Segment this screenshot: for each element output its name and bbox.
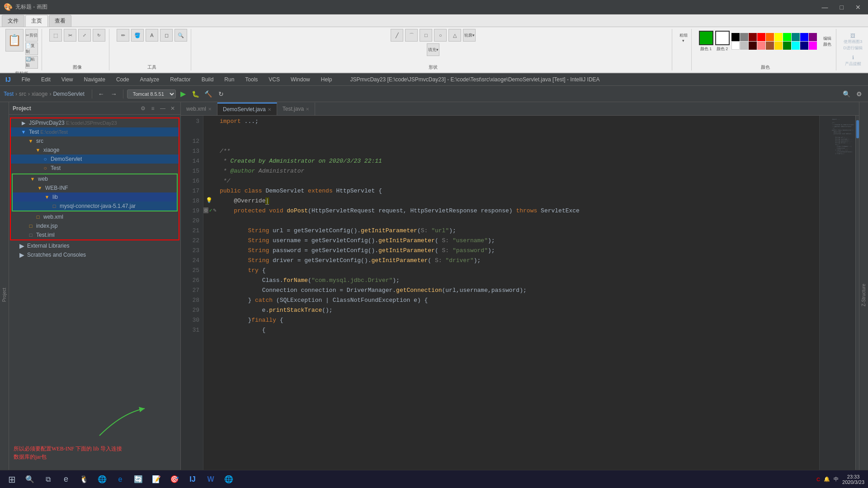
reload-btn[interactable]: ↻ (216, 89, 226, 99)
edit-colors-btn[interactable]: 编辑颜色 (822, 35, 832, 48)
taskbar-unknown2[interactable]: 🎯 (166, 471, 183, 488)
tree-item-webinf[interactable]: ▼ WEB-INF (13, 183, 177, 192)
triangle-btn[interactable]: △ (448, 29, 461, 42)
color-teal[interactable] (792, 33, 800, 41)
rotate-btn[interactable]: ↻ (93, 29, 105, 42)
eraser-btn[interactable]: ◻ (160, 29, 173, 42)
build-btn[interactable]: 🔨 (203, 89, 214, 99)
tab-test-java[interactable]: Test.java ✕ (277, 103, 315, 115)
menu-build[interactable]: Build (200, 75, 216, 84)
tree-item-test-iml[interactable]: □ Test.iml (11, 230, 179, 239)
taskbar-sticky[interactable]: 📝 (148, 471, 165, 488)
taskbar-browser2[interactable]: 🌐 (221, 471, 237, 488)
color-purple[interactable] (809, 33, 817, 41)
color1-swatch[interactable] (699, 31, 713, 45)
fill-btn[interactable]: 🪣 (131, 29, 144, 42)
taskbar-csdn-icon[interactable]: C (816, 477, 820, 482)
sidebar-layout-icon[interactable]: ≡ (149, 104, 157, 113)
scroll-map[interactable] (855, 116, 859, 477)
copy-btn[interactable]: 📄复制 (25, 42, 38, 55)
tree-item-test-class[interactable]: ○ Test (11, 164, 179, 173)
text-btn[interactable]: A (146, 29, 158, 42)
color-black[interactable] (731, 33, 740, 41)
run-config-select[interactable]: Tomcat 8.5.51 (127, 89, 176, 99)
color-navy[interactable] (800, 42, 808, 50)
color-silver[interactable] (740, 42, 748, 50)
color-magenta[interactable] (809, 42, 817, 50)
tree-item-lib[interactable]: ▼ lib (13, 192, 177, 202)
forward-btn[interactable]: → (108, 89, 119, 99)
tree-item-ext-libs[interactable]: ▶ External Libraries (9, 241, 180, 250)
search-button[interactable]: 🔍 (22, 471, 38, 488)
color-yellow[interactable] (774, 33, 783, 41)
select-btn[interactable]: ⬚ (49, 29, 62, 42)
color2-swatch[interactable] (715, 31, 730, 45)
sidebar-settings-icon[interactable]: ⚙ (139, 104, 147, 113)
color-gray[interactable] (740, 33, 748, 41)
rect-btn[interactable]: □ (420, 29, 432, 42)
paint-tab-home[interactable]: 主页 (25, 15, 48, 27)
tree-item-xiaoge[interactable]: ▼ xiaoge (11, 145, 179, 155)
taskview-button[interactable]: ⧉ (40, 471, 56, 488)
z-structure-panel[interactable]: Z-Structure (859, 102, 868, 488)
taskbar-chrome[interactable]: 🌐 (94, 471, 110, 488)
curve-btn[interactable]: ⌒ (405, 29, 418, 42)
paint-tab-view[interactable]: 查看 (49, 15, 71, 27)
tree-item-index-jsp[interactable]: □ index.jsp (11, 221, 179, 230)
taskbar-ie[interactable]: e (58, 471, 74, 488)
menu-help[interactable]: Help (319, 75, 334, 84)
menu-refactor[interactable]: Refactor (168, 75, 192, 84)
menu-tools[interactable]: Tools (243, 75, 259, 84)
color-cyan[interactable] (792, 42, 800, 50)
resize-btn[interactable]: ⤢ (78, 29, 91, 42)
code-content[interactable]: import ...; /** * Created by Administrat… (214, 116, 819, 477)
z-structure-label[interactable]: Z-Structure (861, 284, 866, 306)
paint-tab-file[interactable]: 文件 (2, 15, 24, 27)
paint3d-btn[interactable]: 🖼使用画图3D进行编辑 (844, 33, 863, 51)
color-green[interactable] (783, 42, 791, 50)
tree-item-src[interactable]: ▼ src (11, 136, 179, 145)
breadcrumb-demoservlet[interactable]: DemoServlet (53, 91, 84, 97)
gutter-settings-icon[interactable]: ⚙ (203, 207, 208, 213)
color-darkred[interactable] (749, 33, 757, 41)
menu-file[interactable]: File (20, 75, 32, 84)
project-panel-label[interactable]: Project (0, 102, 9, 488)
debug-btn[interactable]: 🐛 (190, 89, 201, 99)
menu-analyze[interactable]: Analyze (138, 75, 161, 84)
tab-demoservlet[interactable]: DemoServlet.java ✕ (217, 103, 277, 115)
sidebar-collapse-icon[interactable]: — (159, 104, 167, 113)
taskbar-unknown1[interactable]: 🔄 (130, 471, 146, 488)
color-orange[interactable] (766, 33, 774, 41)
color-white[interactable] (731, 42, 740, 50)
taskbar-idea[interactable]: IJ (184, 471, 201, 488)
menu-edit[interactable]: Edit (39, 75, 52, 84)
tree-item-test-module[interactable]: ▼ Test E:\code\Test (11, 127, 179, 136)
tree-item-jspday23[interactable]: ▶ JSPmvcDay23 E:\code\JSPmvcDay23 (11, 118, 179, 127)
ellipse-btn[interactable]: ○ (434, 29, 447, 42)
breadcrumb-xiaoge[interactable]: xiaoge (32, 91, 47, 97)
color-blue[interactable] (800, 33, 808, 41)
taskbar-word[interactable]: W (203, 471, 219, 488)
tree-item-web[interactable]: ▼ web (13, 174, 177, 183)
tree-item-scratches[interactable]: ▶ Scratches and Consoles (9, 250, 180, 259)
run-btn[interactable]: ▶ (178, 89, 189, 99)
close-btn[interactable]: ✕ (852, 3, 864, 12)
tab-web-xml-close[interactable]: ✕ (208, 107, 212, 112)
search-everywhere-btn[interactable]: 🔍 (841, 89, 852, 99)
breadcrumb-test[interactable]: Test (4, 91, 14, 97)
minimize-btn[interactable]: — (818, 3, 832, 12)
color-lime[interactable] (783, 33, 791, 41)
taskbar-edge[interactable]: e (112, 471, 128, 488)
color-gold[interactable] (774, 42, 783, 50)
sidebar-close-icon[interactable]: ✕ (169, 104, 177, 113)
tab-test-java-close[interactable]: ✕ (306, 107, 309, 112)
settings-btn[interactable]: ⚙ (854, 89, 864, 99)
back-btn[interactable]: ← (96, 89, 107, 99)
line-btn[interactable]: ╱ (391, 29, 403, 42)
menu-code[interactable]: Code (114, 75, 131, 84)
breadcrumb-src[interactable]: src (19, 91, 26, 97)
project-label-text[interactable]: Project (2, 288, 7, 302)
paste2-btn[interactable]: 🔄粘贴 (25, 56, 38, 69)
shape-fill-btn[interactable]: 填充▾ (427, 43, 439, 56)
paste-btn[interactable]: 📋 (5, 29, 24, 52)
